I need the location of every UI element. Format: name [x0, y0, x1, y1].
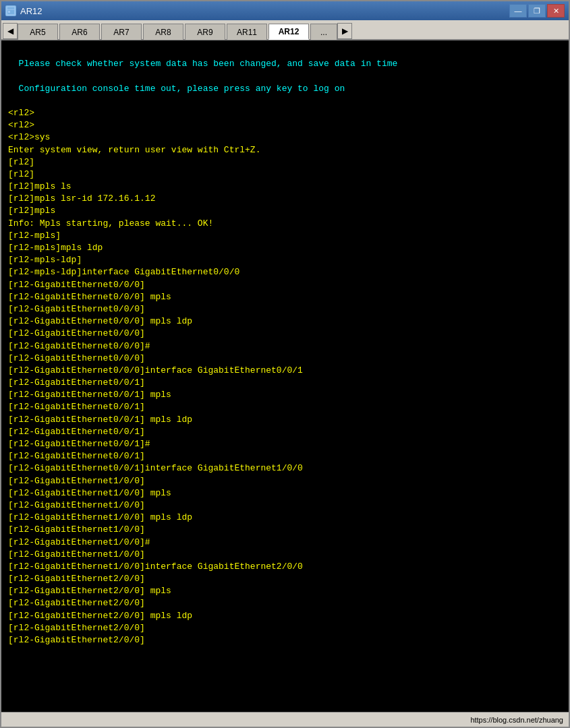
tab-ar8[interactable]: AR8	[143, 24, 183, 40]
status-url: https://blog.csdn.net/zhuang	[470, 716, 563, 724]
tab-bar: ◀ AR5 AR6 AR7 AR8 AR9 AR11 AR12 ... ▶	[1, 20, 569, 40]
tab-ar12[interactable]: AR12	[268, 24, 309, 40]
tab-next-button[interactable]: ▶	[337, 23, 352, 39]
tab-ar6[interactable]: AR6	[59, 24, 100, 40]
minimize-button[interactable]: —	[509, 4, 527, 18]
app-icon	[5, 5, 16, 16]
svg-rect-0	[7, 7, 15, 15]
svg-rect-2	[8, 11, 10, 13]
title-bar: AR12 — ❐ ✕	[1, 1, 569, 20]
tab-ar7[interactable]: AR7	[101, 24, 142, 40]
restore-button[interactable]: ❐	[528, 4, 546, 18]
tab-ar9[interactable]: AR9	[185, 24, 225, 40]
close-button[interactable]: ✕	[547, 4, 565, 18]
tab-prev-button[interactable]: ◀	[3, 23, 18, 39]
content-area: Please check whether system data has bee…	[1, 40, 569, 712]
window-controls: — ❐ ✕	[509, 4, 565, 18]
window-title: AR12	[20, 6, 509, 16]
tab-more[interactable]: ...	[310, 24, 337, 40]
tab-ar11[interactable]: AR11	[227, 24, 267, 40]
main-window: AR12 — ❐ ✕ ◀ AR5 AR6 AR7 AR8 AR9 AR11 AR…	[0, 0, 570, 728]
status-bar: https://blog.csdn.net/zhuang	[1, 712, 569, 727]
terminal-output[interactable]: Please check whether system data has bee…	[1, 40, 569, 712]
tab-ar5[interactable]: AR5	[18, 24, 58, 40]
